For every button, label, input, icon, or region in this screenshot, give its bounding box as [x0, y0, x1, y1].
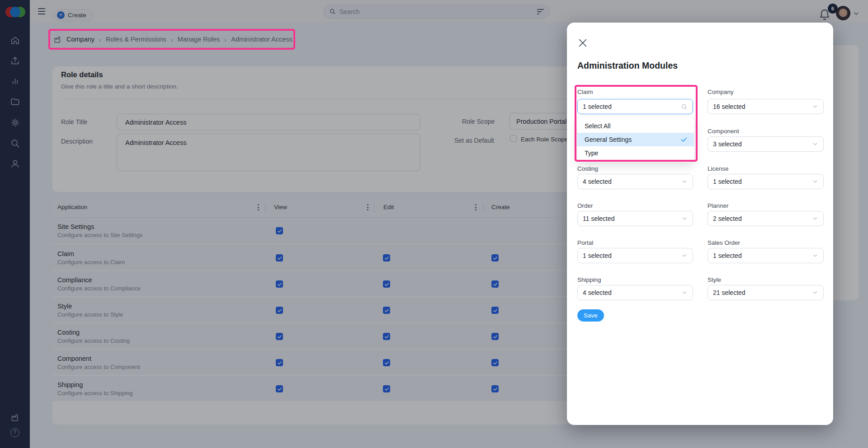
sales-order-select[interactable]: 1 selected: [708, 248, 824, 263]
chevron-down-icon: [681, 178, 688, 185]
order-select[interactable]: 11 selected: [577, 211, 693, 226]
portal-label: Portal: [577, 239, 593, 246]
shipping-label: Shipping: [577, 276, 601, 283]
chevron-down-icon: [812, 252, 818, 259]
claim-select[interactable]: 1 selected: [577, 99, 693, 114]
company-label: Company: [708, 89, 734, 95]
chevron-down-icon: [812, 178, 818, 185]
shipping-select[interactable]: 4 selected: [577, 285, 693, 300]
costing-label: Costing: [577, 165, 598, 172]
chevron-down-icon: [681, 289, 688, 296]
component-label: Component: [708, 128, 739, 135]
claim-label: Claim: [577, 89, 593, 95]
portal-select[interactable]: 1 selected: [577, 248, 693, 263]
dropdown-option-type[interactable]: Type: [577, 146, 694, 160]
administration-modules-modal: Administration Modules Claim1 selectedCo…: [567, 23, 833, 425]
style-select[interactable]: 21 selected: [708, 285, 824, 300]
license-label: License: [708, 165, 729, 172]
chevron-down-icon: [812, 215, 818, 222]
costing-select[interactable]: 4 selected: [577, 174, 693, 189]
chevron-down-icon: [812, 141, 818, 147]
company-select[interactable]: 16 selected: [708, 99, 824, 114]
save-button[interactable]: Save: [577, 309, 604, 322]
chevron-down-icon: [681, 215, 688, 222]
style-label: Style: [708, 276, 721, 283]
component-select[interactable]: 3 selected: [708, 136, 824, 152]
check-icon: [680, 136, 688, 143]
modal-left-column: Claim1 selectedCosting4 selectedOrder11 …: [577, 23, 693, 425]
planner-label: Planner: [708, 202, 729, 209]
claim-dropdown-list: Select AllGeneral SettingsType: [577, 117, 694, 162]
chevron-down-icon: [812, 103, 818, 110]
sales-order-label: Sales Order: [708, 239, 740, 246]
planner-select[interactable]: 2 selected: [708, 211, 824, 226]
chevron-down-icon: [812, 289, 818, 296]
search-icon: [681, 103, 688, 110]
order-label: Order: [577, 202, 593, 209]
license-select[interactable]: 1 selected: [708, 174, 824, 189]
dropdown-option-general-settings[interactable]: General Settings: [577, 133, 694, 146]
chevron-down-icon: [681, 252, 688, 259]
modal-right-column: Company16 selectedComponent3 selectedLic…: [708, 23, 824, 425]
dropdown-option-select-all[interactable]: Select All: [577, 119, 694, 133]
